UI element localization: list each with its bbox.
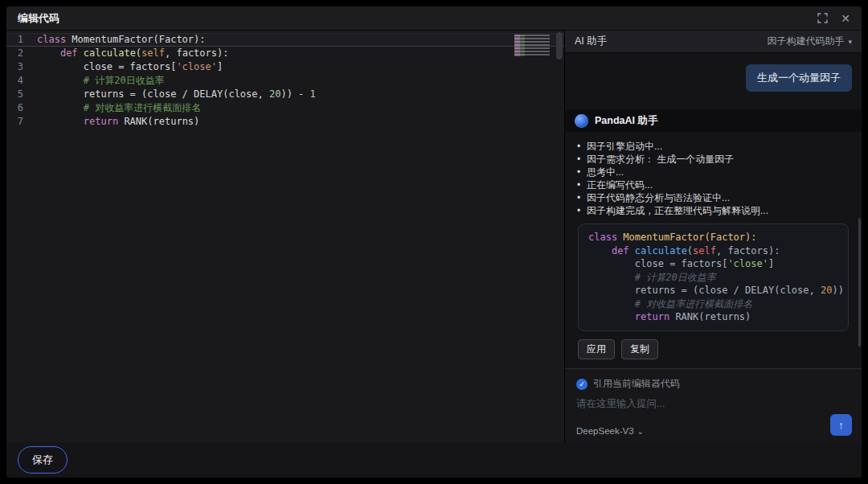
expand-icon[interactable] xyxy=(817,13,828,23)
code-token: 1 xyxy=(310,88,316,100)
code-text: return RANK(returns) xyxy=(37,115,199,129)
code-token: close = factors[ xyxy=(588,258,727,269)
code-token: self xyxy=(693,245,716,256)
code-token: # 计算20日收益率 xyxy=(84,75,165,86)
dialog-footer: 保存 xyxy=(6,442,862,478)
code-token: calculate xyxy=(84,47,136,59)
main-area: 1class MomentumFactor(Factor):2 def calc… xyxy=(6,31,862,442)
code-token: 20 xyxy=(821,285,832,296)
editor-line[interactable]: 4 # 计算20日收益率 xyxy=(6,74,564,88)
editor-line[interactable]: 7 return RANK(returns) xyxy=(6,115,564,129)
minimap[interactable] xyxy=(514,35,550,56)
chevron-down-icon: ⌄ xyxy=(637,427,644,436)
user-message-bubble: 生成一个动量因子 xyxy=(746,64,852,92)
code-token: # 对收益率进行横截面排名 xyxy=(635,298,752,310)
prompt-input[interactable] xyxy=(576,397,850,415)
code-token: ] xyxy=(768,258,774,269)
code-actions: 应用 复制 xyxy=(578,339,849,359)
assistant-header-bar: PandaAI 助手 xyxy=(565,109,862,132)
chat-area: 生成一个动量因子 PandaAI 助手 因子引擎启动中...因子需求分析： 生成… xyxy=(565,53,862,368)
chat-code-line: class MomentumFactor(Factor): xyxy=(588,231,838,244)
code-token: calculate xyxy=(635,245,687,256)
panel-title: AI 助手 xyxy=(575,35,607,48)
edit-code-dialog: 编辑代码 ✕ 1class MomentumFactor(Factor):2 d… xyxy=(0,0,868,484)
line-number: 3 xyxy=(6,60,37,74)
line-number: 5 xyxy=(6,88,37,101)
code-token: class xyxy=(588,232,617,243)
window-title: 编辑代码 xyxy=(18,11,59,26)
assistant-progress-steps: 因子引擎启动中...因子需求分析： 生成一个动量因子思考中...正在编写代码..… xyxy=(565,140,862,217)
save-button[interactable]: 保存 xyxy=(18,446,68,474)
chat-code-line: return RANK(returns) xyxy=(588,310,838,324)
code-token: return xyxy=(635,311,669,322)
assistant-name: PandaAI 助手 xyxy=(595,114,658,128)
assistant-step: 因子需求分析： 生成一个动量因子 xyxy=(576,153,850,166)
code-token: returns = (close / DELAY(close, xyxy=(37,88,269,100)
quote-label: 引用当前编辑器代码 xyxy=(593,377,680,391)
editor-scrollbar[interactable] xyxy=(556,32,563,59)
assistant-step: 因子构建完成，正在整理代码与解释说明... xyxy=(576,204,850,217)
input-bottom-row: DeepSeek-V3 ⌄ ↑ xyxy=(576,414,852,436)
code-text: # 计算20日收益率 xyxy=(37,74,165,88)
code-token xyxy=(588,245,612,256)
line-number: 7 xyxy=(6,115,37,129)
send-button[interactable]: ↑ xyxy=(830,414,852,436)
code-token xyxy=(588,298,635,310)
code-token xyxy=(588,311,635,322)
code-editor[interactable]: 1class MomentumFactor(Factor):2 def calc… xyxy=(6,31,564,442)
editor-line[interactable]: 3 close = factors['close'] xyxy=(6,60,564,74)
assistant-step: 思考中... xyxy=(576,166,850,178)
check-circle-icon: ✓ xyxy=(576,379,588,390)
code-token xyxy=(588,272,635,283)
code-token: class xyxy=(37,34,66,45)
code-token: , factors): xyxy=(716,245,780,256)
pandaai-logo xyxy=(575,114,588,128)
agent-selector[interactable]: 因子构建代码助手 ▾ xyxy=(767,35,852,48)
code-token: ] xyxy=(217,61,223,72)
line-number: 1 xyxy=(6,33,37,47)
chat-code-line: # 计算20日收益率 xyxy=(588,271,838,285)
code-token: return xyxy=(84,116,118,127)
editor-line[interactable]: 5 returns = (close / DELAY(close, 20)) -… xyxy=(6,88,564,101)
code-text: close = factors['close'] xyxy=(37,60,223,74)
chat-code-line: def calculate(self, factors): xyxy=(588,244,838,258)
line-number: 2 xyxy=(6,47,37,60)
assistant-panel-header: AI 助手 因子构建代码助手 ▾ xyxy=(565,31,862,53)
code-token: )) - xyxy=(280,88,309,100)
code-token: 'close' xyxy=(727,258,768,269)
code-token: MomentumFactor(Factor): xyxy=(617,232,756,243)
apply-button[interactable]: 应用 xyxy=(578,339,615,359)
code-text: class MomentumFactor(Factor): xyxy=(37,33,206,47)
line-number: 4 xyxy=(6,74,37,88)
editor-line[interactable]: 6 # 对收益率进行横截面排名 xyxy=(6,101,564,115)
close-icon[interactable]: ✕ xyxy=(841,13,850,24)
code-token xyxy=(78,47,84,59)
editor-line[interactable]: 2 def calculate(self, factors): xyxy=(6,47,564,60)
code-token: # 对收益率进行横截面排名 xyxy=(84,102,201,113)
titlebar: 编辑代码 ✕ xyxy=(6,6,862,31)
agent-selector-label: 因子构建代码助手 xyxy=(767,35,844,48)
chat-code-line: close = factors['close'] xyxy=(588,257,838,271)
quote-editor-code-toggle[interactable]: ✓ 引用当前编辑器代码 xyxy=(576,377,850,391)
user-message-row: 生成一个动量因子 xyxy=(565,53,862,92)
copy-button[interactable]: 复制 xyxy=(621,339,658,359)
model-selector[interactable]: DeepSeek-V3 ⌄ xyxy=(576,426,644,436)
chat-scrollbar[interactable] xyxy=(858,218,861,347)
code-token xyxy=(37,102,84,113)
send-icon: ↑ xyxy=(838,419,844,432)
model-name: DeepSeek-V3 xyxy=(576,426,634,436)
code-token: def xyxy=(60,47,78,59)
code-token: )) xyxy=(832,285,843,296)
chat-code-line: returns = (close / DELAY(close, 20)) xyxy=(588,284,838,297)
prompt-input-area: ✓ 引用当前编辑器代码 DeepSeek-V3 ⌄ ↑ xyxy=(565,368,862,442)
ai-assistant-panel: AI 助手 因子构建代码助手 ▾ 生成一个动量因子 PandaAI 助手 因子引… xyxy=(564,31,862,442)
editor-line[interactable]: 1class MomentumFactor(Factor): xyxy=(6,33,564,47)
assistant-step: 因子引擎启动中... xyxy=(576,140,850,153)
assistant-step: 正在编写代码... xyxy=(576,178,850,191)
code-text: def calculate(self, factors): xyxy=(37,47,228,60)
code-token: 'close' xyxy=(176,61,217,72)
edit-code-window: 编辑代码 ✕ 1class MomentumFactor(Factor):2 d… xyxy=(6,6,862,478)
assistant-step: 因子代码静态分析与语法验证中... xyxy=(576,191,850,204)
chevron-down-icon: ▾ xyxy=(848,38,852,46)
code-token: RANK(returns) xyxy=(118,116,199,127)
